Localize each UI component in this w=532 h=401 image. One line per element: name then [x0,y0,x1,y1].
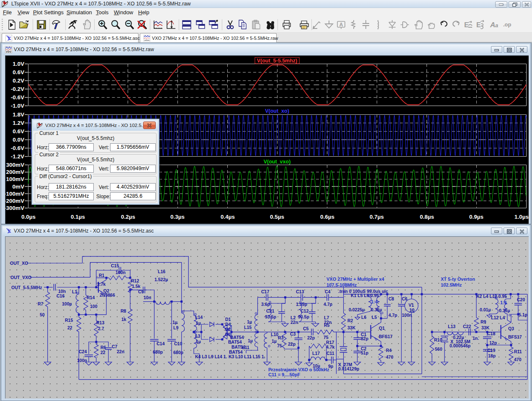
svg-text:680p: 680p [173,350,183,355]
svg-text:L14: L14 [195,315,203,320]
svg-text:0.0µs: 0.0µs [21,214,36,220]
svg-text:1µ: 1µ [248,338,253,343]
svg-text:10µ: 10µ [313,363,320,368]
svg-text:3.6p: 3.6p [261,302,270,307]
svg-text:100: 100 [90,304,98,309]
svg-text:R7: R7 [38,301,44,306]
svg-text:0.0V: 0.0V [13,137,24,143]
svg-text:R12: R12 [131,278,139,283]
svg-text:2.7k: 2.7k [97,282,106,287]
svg-text:L16: L16 [158,269,165,274]
svg-text:2N3866: 2N3866 [100,292,115,298]
svg-text:C4: C4 [325,289,331,294]
svg-text:0.36µ: 0.36µ [371,307,382,312]
svg-text:10n: 10n [144,295,151,300]
svg-text:-0.2V: -0.2V [11,86,24,92]
svg-text:22: 22 [100,350,105,355]
svg-text:R5: R5 [324,323,330,328]
svg-text:1k: 1k [121,317,126,322]
svg-text:C9: C9 [138,289,144,294]
svg-text:22p: 22p [307,335,315,340]
svg-text:93.5p: 93.5p [265,314,276,319]
svg-text:0.6V: 0.6V [13,69,24,75]
svg-text:0.6V: 0.6V [13,128,24,135]
svg-text:102.5MHz: 102.5MHz [441,282,462,287]
svg-text:L15: L15 [244,325,252,330]
svg-text:75: 75 [277,343,282,348]
svg-text:L13: L13 [448,324,455,329]
svg-text:C13: C13 [296,289,304,294]
svg-text:1.522µ: 1.522µ [154,277,168,282]
svg-text:L17: L17 [312,351,320,356]
svg-text:470: 470 [386,354,393,360]
svg-text:107.5-108MHz: 107.5-108MHz [326,282,357,287]
svg-text:200mV: 200mV [6,169,24,175]
svg-text:R8: R8 [121,308,126,313]
svg-text:L12 L4: L12 L4 [491,315,505,320]
svg-text:C17: C17 [261,289,269,294]
svg-text:a: a [495,22,498,28]
svg-text:R1: R1 [99,273,105,278]
svg-text:D2: D2 [225,327,231,332]
svg-text:A: A [490,21,495,29]
svg-text:R9: R9 [481,319,486,324]
svg-text:R2: R2 [347,318,353,323]
svg-text:-300mV: -300mV [5,205,24,211]
svg-text:L10: L10 [271,332,278,337]
svg-text:-0.6V: -0.6V [11,94,24,101]
svg-text:C12: C12 [301,308,308,313]
svg-text:100mV: 100mV [6,176,24,182]
svg-text:K4 L3 L9 L14 1.: K4 L3 L9 L14 1. [195,354,227,359]
svg-text:1n.: 1n. [473,336,479,341]
svg-text:0.6µs: 0.6µs [320,214,334,220]
svg-text:0.1µs: 0.1µs [71,214,85,220]
svg-text:1:4: 1:4 [371,299,378,304]
svg-text:22: 22 [67,325,72,330]
svg-text:R13: R13 [96,320,104,325]
svg-text:VXO 27MHz + Multiplier x4: VXO 27MHz + Multiplier x4 [326,277,385,282]
svg-text:0.014129p: 0.014129p [338,366,359,371]
svg-text:-1.2V: -1.2V [11,153,24,160]
svg-text:C7: C7 [112,344,118,349]
svg-text:-1.0V: -1.0V [11,103,24,109]
svg-text:E: E [476,21,481,28]
svg-text:0.7µs: 0.7µs [370,214,384,220]
svg-text:0.4µs: 0.4µs [221,214,235,220]
svg-text:R10: R10 [434,337,442,342]
svg-text:C11: C11 [326,351,334,356]
svg-text:100n: 100n [402,313,412,318]
svg-text:R6: R6 [100,345,106,350]
svg-text:C19: C19 [487,348,495,353]
svg-text:L5: L5 [372,315,377,320]
svg-text:470: 470 [514,357,522,362]
svg-text:R14: R14 [87,295,95,300]
svg-text:D4: D4 [225,322,231,327]
svg-text:L6: L6 [361,315,366,320]
svg-text:560: 560 [435,347,442,352]
svg-text:51p: 51p [361,350,368,355]
svg-text:12p: 12p [489,340,497,345]
svg-text:1.2V: 1.2V [13,120,24,126]
svg-text:0.2µs: 0.2µs [121,214,135,220]
svg-text:R3: R3 [278,335,284,340]
svg-text:1.8V: 1.8V [13,111,24,118]
svg-text:4.7p: 4.7p [324,302,332,307]
svg-text:E: E [464,21,469,28]
svg-text:22n: 22n [290,320,298,325]
svg-text:K2 L4 L12 0.95: K2 L4 L12 0.95 [476,294,507,299]
svg-text:0.000546p: 0.000546p [450,343,470,348]
svg-text:1µ: 1µ [196,339,201,344]
svg-text:1µ: 1µ [272,339,277,344]
svg-text:33K: 33K [347,325,356,330]
svg-text:OUT_5-5.5MHz: OUT_5-5.5MHz [11,285,42,290]
svg-text:C6: C6 [402,296,408,301]
svg-text:4.7p: 4.7p [388,313,397,318]
svg-text:L11: L11 [242,345,249,350]
svg-text:D1: D1 [225,317,231,322]
svg-text:V(out_vxo): V(out_vxo) [264,159,291,165]
svg-text:1.5k: 1.5k [132,284,141,289]
svg-text:50: 50 [40,312,45,317]
svg-text:Q3: Q3 [508,326,514,331]
svg-text:OUT_XO: OUT_XO [10,261,28,266]
svg-text:0.0225µ: 0.0225µ [349,307,365,312]
